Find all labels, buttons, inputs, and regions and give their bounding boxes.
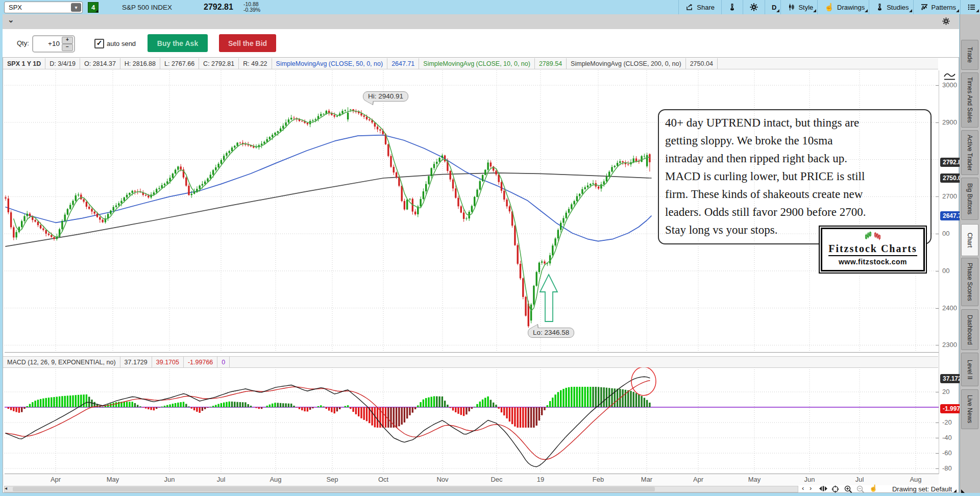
month-label-4-aug: Aug <box>270 476 281 483</box>
sidebar-tab-big-buttons[interactable]: Big Buttons <box>961 178 978 220</box>
annotation-line-4: MACD is curling lower, but PRICE is stil… <box>665 167 924 185</box>
flask-icon <box>728 3 736 11</box>
sidebar-tab-chart[interactable]: Chart <box>961 224 978 256</box>
style-button[interactable]: Style <box>780 0 817 14</box>
drawings-button[interactable]: ☝ Drawings <box>817 0 869 14</box>
month-label-15-jul: Jul <box>855 476 864 483</box>
window-frame-bottom <box>0 493 980 496</box>
sma50-study-cell[interactable]: SimpleMovingAvg (CLOSE, 50, 0, no) <box>272 58 388 69</box>
instrument-name: S&P 500 INDEX <box>122 4 172 11</box>
studies-label: Studies <box>887 4 909 11</box>
auto-send-checkbox[interactable]: ✓ <box>94 39 104 48</box>
sidebar-menu-button[interactable] <box>960 0 980 14</box>
order-panel-header: ⌄ <box>3 14 959 30</box>
chart-scroll-row: ◂ ‹ › ☝ Drawing set: Default <box>3 485 960 493</box>
pan-right-button[interactable]: › <box>810 484 812 492</box>
app-window: SPX ▾ 4 S&P 500 INDEX 2792.81 -10.88 -0.… <box>0 0 980 496</box>
macd-value-cell: 37.1729 <box>120 357 152 367</box>
chart-symbol-cell: SPX 1 Y 1D <box>3 58 45 69</box>
list-menu-icon <box>967 3 976 11</box>
gear-icon <box>750 3 758 11</box>
scroll-left-arrow[interactable]: ◂ <box>5 485 7 491</box>
change-percent: -0.39% <box>243 7 260 13</box>
logo-candles-icon <box>822 231 923 242</box>
qty-input[interactable] <box>33 36 61 51</box>
qty-decrement-button[interactable]: − <box>62 44 73 51</box>
axis-tick <box>936 438 939 438</box>
analysis-tools-button[interactable] <box>721 0 743 14</box>
quantity-stepper[interactable]: + − <box>32 35 75 53</box>
symbol-input[interactable]: SPX <box>5 4 71 11</box>
symbol-dropdown-button[interactable]: ▾ <box>71 3 81 12</box>
month-label-2-jun: Jun <box>164 476 175 483</box>
macd-study-cell[interactable]: MACD (12, 26, 9, EXPONENTIAL, no) <box>3 357 120 367</box>
sell-the-bid-button[interactable]: Sell the Bid <box>219 34 276 52</box>
axis-tick <box>936 271 939 271</box>
month-label-13-may: May <box>748 476 761 483</box>
month-label-16-aug: Aug <box>910 476 921 483</box>
patterns-icon <box>920 3 928 11</box>
macd-plot[interactable] <box>5 367 939 474</box>
fitzstock-logo: Fitzstock Charts www.fitzstock.com <box>819 226 927 274</box>
horizontal-scrollbar[interactable] <box>4 486 798 492</box>
macd-signal-cell: 39.1705 <box>152 357 184 367</box>
price-axis-label-2400: 2400 <box>942 304 957 312</box>
annotation-line-6: leaders. Odds still favor 2900 before 27… <box>665 203 924 221</box>
sidebar-tab-times-and-sales[interactable]: Times And Sales <box>961 72 978 128</box>
macd-header-row: MACD (12, 26, 9, EXPONENTIAL, no)37.1729… <box>3 356 938 368</box>
share-icon <box>685 3 694 11</box>
axis-tick <box>936 308 939 309</box>
month-label-5-sep: Sep <box>326 476 338 483</box>
low-price-callout: Lo: 2346.58 <box>528 328 574 338</box>
share-button[interactable]: Share <box>678 0 721 14</box>
sma200-study-cell[interactable]: SimpleMovingAvg (CLOSE, 200, 0, no) <box>567 58 686 69</box>
axis-tick <box>936 234 939 234</box>
patterns-button[interactable]: Patterns <box>913 0 960 14</box>
axis-tick <box>936 345 939 345</box>
annotation-line-1: 40+ day UPTREND intact, but things are <box>665 114 924 132</box>
drawing-set-selector[interactable]: Drawing set: Default <box>892 485 957 493</box>
price-axis-label-2300: 2300 <box>942 341 957 349</box>
axis-divider <box>939 70 939 474</box>
last-price: 2792.81 <box>204 3 233 12</box>
price-axis-label-2700: 2700 <box>942 192 957 200</box>
month-label-14-jun: Jun <box>804 476 815 483</box>
qty-increment-button[interactable]: + <box>62 37 73 44</box>
collapse-chevron-icon[interactable]: ⌄ <box>8 15 14 24</box>
annotation-note[interactable]: 40+ day UPTREND intact, but things arege… <box>658 109 932 244</box>
month-label-12-apr: Apr <box>693 476 703 483</box>
studies-button[interactable]: Studies <box>869 0 913 14</box>
sidebar-tab-trade[interactable]: Trade <box>961 40 978 70</box>
annotation-line-2: getting sloppy. We broke the 10sma <box>665 132 924 150</box>
sma10-study-cell[interactable]: SimpleMovingAvg (CLOSE, 10, 0, no) <box>419 58 535 69</box>
sma50-value-cell: 2647.71 <box>387 58 419 69</box>
pan-left-button[interactable]: ‹ <box>802 484 804 492</box>
hand-tool-icon[interactable]: ☝ <box>869 485 877 492</box>
order-entry-row: Qty: + − ✓ auto send Buy the Ask Sell th… <box>3 29 959 57</box>
link-group-badge[interactable]: 4 <box>88 2 99 13</box>
sidebar-tab-phase-scores[interactable]: Phase Scores <box>961 258 978 306</box>
annotation-line-3: intraday and then ripped right back up. <box>665 150 924 167</box>
sma200-value-cell: 2750.04 <box>686 58 718 69</box>
patterns-label: Patterns <box>932 4 956 11</box>
buy-the-ask-button[interactable]: Buy the Ask <box>148 34 208 52</box>
bar-spacing-icon[interactable] <box>819 485 828 493</box>
high-cell: H: 2816.88 <box>120 58 160 69</box>
month-label-3-jul: Jul <box>217 476 226 483</box>
symbol-combo[interactable]: SPX ▾ <box>4 2 83 13</box>
sidebar-tab-active-trader[interactable]: Active Trader <box>961 130 978 175</box>
timeframe-button[interactable]: D <box>765 0 780 14</box>
sidebar-tab-dashboard[interactable]: Dashboard <box>961 309 978 350</box>
price-change: -10.88 -0.39% <box>243 2 260 13</box>
macd-axis-label--20: -20 <box>942 418 952 426</box>
sidebar-tab-level-ii[interactable]: Level II <box>961 353 978 386</box>
scrollbar-thumb[interactable] <box>13 487 655 491</box>
axis-tick <box>936 85 939 86</box>
timeframe-label: D <box>772 4 776 11</box>
month-label-7-nov: Nov <box>436 476 448 483</box>
sidebar-tab-live-news[interactable]: Live News <box>961 389 978 429</box>
chart-settings-button[interactable] <box>743 0 765 14</box>
axis-tick <box>936 392 939 392</box>
panel-gear-icon[interactable] <box>942 17 950 27</box>
open-cell: O: 2814.37 <box>80 58 120 69</box>
